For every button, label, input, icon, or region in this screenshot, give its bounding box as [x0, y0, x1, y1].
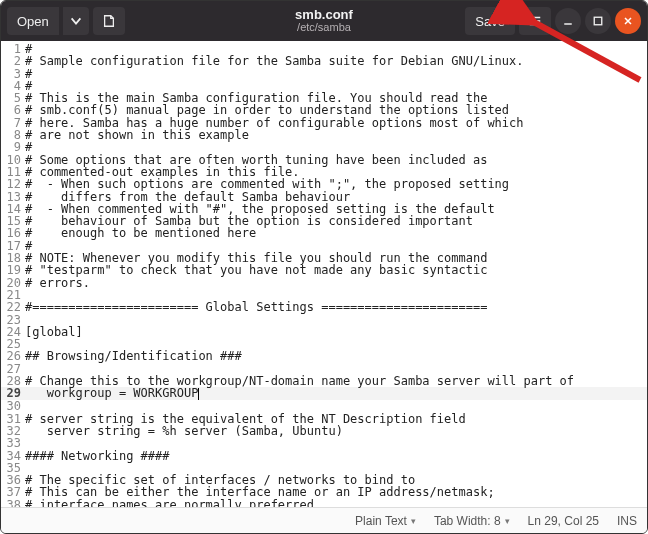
- line-text: [global]: [25, 326, 647, 338]
- code-line[interactable]: 33: [1, 437, 647, 449]
- editor-area[interactable]: 1#2# Sample configuration file for the S…: [1, 41, 647, 507]
- hamburger-icon: [528, 14, 542, 28]
- line-number: 37: [1, 486, 25, 498]
- line-text: ## Browsing/Identification ###: [25, 350, 647, 362]
- line-text: # enough to be mentioned here: [25, 227, 647, 239]
- code-line[interactable]: 23: [1, 314, 647, 326]
- code-line[interactable]: 16# enough to be mentioned here: [1, 227, 647, 239]
- svg-rect-0: [594, 17, 602, 25]
- code-line[interactable]: 34#### Networking ####: [1, 450, 647, 462]
- line-number: 4: [1, 80, 25, 92]
- line-text: [25, 314, 647, 326]
- code-line[interactable]: 9#: [1, 141, 647, 153]
- line-text: # - When such options are commented with…: [25, 178, 647, 190]
- line-number: 19: [1, 264, 25, 276]
- line-number: 8: [1, 129, 25, 141]
- line-text: # interface names are normally preferred: [25, 499, 647, 507]
- line-text: # Sample configuration file for the Samb…: [25, 55, 647, 67]
- code-line[interactable]: 19# "testparm" to check that you have no…: [1, 264, 647, 276]
- insert-mode[interactable]: INS: [617, 514, 637, 528]
- line-number: 7: [1, 117, 25, 129]
- hamburger-menu-button[interactable]: [519, 7, 551, 35]
- code-line[interactable]: 24[global]: [1, 326, 647, 338]
- open-button-label: Open: [17, 14, 49, 29]
- code-line[interactable]: 12# - When such options are commented wi…: [1, 178, 647, 190]
- line-text: workgroup = WORKGROUP: [25, 387, 647, 400]
- line-number: 34: [1, 450, 25, 462]
- maximize-icon: [592, 15, 604, 27]
- line-number: 12: [1, 178, 25, 190]
- statusbar: Plain Text Tab Width: 8 Ln 29, Col 25 IN…: [1, 507, 647, 533]
- line-text: # This can be either the interface name …: [25, 486, 647, 498]
- line-text: # differs from the default Samba behavio…: [25, 191, 647, 203]
- line-number: 38: [1, 499, 25, 507]
- line-number: 3: [1, 68, 25, 80]
- syntax-selector[interactable]: Plain Text: [355, 514, 416, 528]
- code-line[interactable]: 3#: [1, 68, 647, 80]
- code-line[interactable]: 13# differs from the default Samba behav…: [1, 191, 647, 203]
- line-text: #: [25, 141, 647, 153]
- new-document-icon: [102, 14, 116, 28]
- line-number: 26: [1, 350, 25, 362]
- line-number: 9: [1, 141, 25, 153]
- line-text: server string = %h server (Samba, Ubuntu…: [25, 425, 647, 437]
- close-icon: [622, 15, 634, 27]
- line-text: #: [25, 68, 647, 80]
- code-line[interactable]: 6# smb.conf(5) manual page in order to u…: [1, 104, 647, 116]
- line-number: 23: [1, 314, 25, 326]
- line-text: #======================= Global Settings…: [25, 301, 647, 313]
- code-line[interactable]: 32 server string = %h server (Samba, Ubu…: [1, 425, 647, 437]
- close-button[interactable]: [615, 8, 641, 34]
- open-button[interactable]: Open: [7, 7, 59, 35]
- line-text: # are not shown in this example: [25, 129, 647, 141]
- line-number: 2: [1, 55, 25, 67]
- code-line[interactable]: 20# errors.: [1, 277, 647, 289]
- line-number: 22: [1, 301, 25, 313]
- line-number: 5: [1, 92, 25, 104]
- minimize-icon: [562, 15, 574, 27]
- code-line[interactable]: 38# interface names are normally preferr…: [1, 499, 647, 507]
- tab-width-selector[interactable]: Tab Width: 8: [434, 514, 510, 528]
- line-number: 6: [1, 104, 25, 116]
- line-number: 16: [1, 227, 25, 239]
- code-line[interactable]: 29 workgroup = WORKGROUP: [1, 387, 647, 400]
- line-text: [25, 437, 647, 449]
- line-text: #### Networking ####: [25, 450, 647, 462]
- save-button[interactable]: Save: [465, 7, 515, 35]
- code-line[interactable]: 2# Sample configuration file for the Sam…: [1, 55, 647, 67]
- headerbar: Open smb.conf /etc/samba Save: [1, 1, 647, 41]
- chevron-down-icon: [69, 14, 83, 28]
- maximize-button[interactable]: [585, 8, 611, 34]
- window-subtitle: /etc/samba: [295, 21, 353, 34]
- code-line[interactable]: 26## Browsing/Identification ###: [1, 350, 647, 362]
- window-title: smb.conf: [295, 8, 353, 21]
- line-number: 13: [1, 191, 25, 203]
- line-text: # errors.: [25, 277, 647, 289]
- line-text: # "testparm" to check that you have not …: [25, 264, 647, 276]
- line-number: 30: [1, 400, 25, 412]
- title-area: smb.conf /etc/samba: [295, 8, 353, 34]
- cursor-position[interactable]: Ln 29, Col 25: [528, 514, 599, 528]
- line-number: 1: [1, 43, 25, 55]
- code-line[interactable]: 30: [1, 400, 647, 412]
- line-text: # smb.conf(5) manual page in order to un…: [25, 104, 647, 116]
- new-tab-button[interactable]: [93, 7, 125, 35]
- save-button-label: Save: [475, 14, 505, 29]
- code-line[interactable]: 8# are not shown in this example: [1, 129, 647, 141]
- line-number: 33: [1, 437, 25, 449]
- minimize-button[interactable]: [555, 8, 581, 34]
- code-line[interactable]: 37# This can be either the interface nam…: [1, 486, 647, 498]
- line-text: [25, 400, 647, 412]
- open-recent-button[interactable]: [63, 7, 89, 35]
- code-line[interactable]: 22#======================= Global Settin…: [1, 301, 647, 313]
